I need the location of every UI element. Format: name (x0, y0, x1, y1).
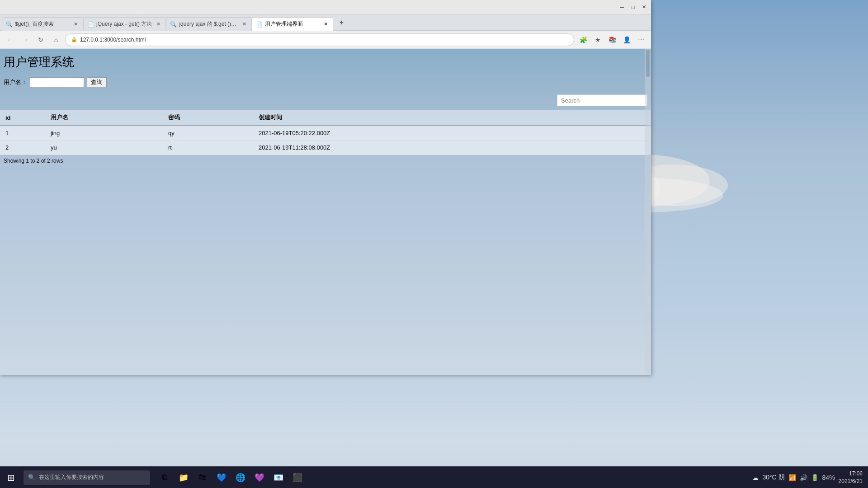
tray-weather-text: 30°C 阴 (762, 474, 784, 482)
taskbar-search-text: 在这里输入你要搜索的内容 (39, 474, 104, 481)
tab-3-favicon: 🔍 (170, 21, 176, 28)
account-button[interactable]: 👤 (620, 33, 633, 46)
tray-clock[interactable]: 17:06 2021/6/21 (839, 470, 863, 485)
tab-4-close[interactable]: ✕ (322, 21, 329, 28)
column-header-username[interactable]: 用户名 (45, 110, 163, 126)
minimize-button[interactable]: ─ (618, 4, 626, 11)
taskbar-file-explorer[interactable]: 📁 (175, 469, 193, 487)
tab-3-label: jquery ajax 的 $.get () 用法详解 (179, 20, 238, 28)
extensions-button[interactable]: 🧩 (577, 33, 590, 46)
taskbar-terminal[interactable]: ⬛ (288, 469, 307, 487)
taskbar-tray: ☁ 30°C 阴 📶 🔊 🔋 84% 17:06 2021/6/21 (747, 467, 868, 488)
cell-password: rt (163, 141, 253, 155)
cell-username: jing (45, 126, 163, 141)
tab-3[interactable]: 🔍 jquery ajax 的 $.get () 用法详解 ✕ (166, 17, 252, 31)
username-label: 用户名： (4, 78, 27, 86)
search-form: 用户名： 查询 (0, 74, 651, 91)
forward-button[interactable]: → (19, 33, 32, 46)
tab-2-close[interactable]: ✕ (155, 21, 162, 28)
toolbar-icons: 🧩 ★ 📚 👤 ⋯ (577, 33, 647, 46)
tab-4-favicon: 📄 (256, 21, 262, 28)
column-header-id[interactable]: id (0, 110, 45, 126)
datatable-search-input[interactable] (557, 94, 647, 106)
collections-button[interactable]: 📚 (606, 33, 618, 46)
data-table: id 用户名 密码 创建时间 1jingqy2021-06-19T05:20:2… (0, 110, 651, 155)
tab-1-label: $get()_百度搜索 (15, 20, 69, 28)
new-tab-button[interactable]: + (335, 16, 348, 29)
table-header-row: id 用户名 密码 创建时间 (0, 110, 651, 126)
tray-network-icon[interactable]: 📶 (788, 474, 796, 481)
cell-password: qy (163, 126, 253, 141)
home-button[interactable]: ⌂ (50, 33, 62, 46)
table-row: 2yurt2021-06-19T11:28:08.000Z (0, 141, 651, 155)
taskbar-store[interactable]: 🛍 (193, 469, 212, 487)
taskbar-task-view[interactable]: ⧉ (156, 469, 174, 487)
start-button[interactable]: ⊞ (0, 467, 22, 488)
taskbar-items: ⧉ 📁 🛍 💙 🌐 💜 📧 ⬛ (156, 469, 307, 487)
scrollbar[interactable] (645, 49, 651, 375)
url-text: 127.0.0.1:3000/search.html (80, 37, 146, 43)
scrollbar-thumb (646, 50, 650, 77)
tray-battery-icon[interactable]: 🔋 (811, 474, 819, 481)
column-header-created[interactable]: 创建时间 (253, 110, 651, 126)
query-button[interactable]: 查询 (87, 77, 107, 87)
cell-id: 1 (0, 126, 45, 141)
tab-4-label: 用户管理端界面 (265, 20, 319, 28)
taskbar-edge[interactable]: 🌐 (231, 469, 250, 487)
taskbar-search[interactable]: 🔍 在这里输入你要搜索的内容 (24, 470, 150, 485)
cell-created: 2021-06-19T11:28:08.000Z (253, 141, 651, 155)
more-button[interactable]: ⋯ (635, 33, 647, 46)
cell-id: 2 (0, 141, 45, 155)
datatable-search-wrapper (0, 91, 651, 110)
cell-username: yu (45, 141, 163, 155)
tab-bar: 🔍 $get()_百度搜索 ✕ 📄 jQuery ajax - get() 方法… (0, 14, 651, 31)
tab-3-close[interactable]: ✕ (241, 21, 248, 28)
tab-1-favicon: 🔍 (6, 21, 12, 28)
tab-2-label: jQuery ajax - get() 方法 (96, 20, 152, 28)
taskbar-teams[interactable]: 💜 (250, 469, 269, 487)
tab-1[interactable]: 🔍 $get()_百度搜索 ✕ (2, 17, 83, 31)
tray-speaker-icon[interactable]: 🔊 (800, 474, 807, 481)
table-row: 1jingqy2021-06-19T05:20:22.000Z (0, 126, 651, 141)
taskbar-search-icon: 🔍 (28, 474, 35, 481)
tab-2-favicon: 📄 (87, 21, 94, 28)
clock-date: 2021/6/21 (839, 478, 863, 485)
row-count: Showing 1 to 2 of 2 rows (0, 155, 651, 167)
url-bar[interactable]: 🔒 127.0.0.1:3000/search.html (65, 33, 574, 46)
page-content: 用户管理系统 用户名： 查询 id 用户名 密码 创建时间 (0, 49, 651, 375)
tab-4[interactable]: 📄 用户管理端界面 ✕ (252, 17, 333, 31)
taskbar: ⊞ 🔍 在这里输入你要搜索的内容 ⧉ 📁 🛍 💙 🌐 💜 📧 ⬛ ☁ 30°C … (0, 466, 868, 488)
back-button[interactable]: ← (4, 33, 16, 46)
tray-weather-icon: ☁ (752, 474, 759, 481)
taskbar-mail[interactable]: 📧 (269, 469, 288, 487)
lock-icon: 🔒 (71, 37, 77, 42)
tray-battery-text: 84% (822, 474, 835, 481)
page-title: 用户管理系统 (0, 49, 651, 74)
address-bar: ← → ↻ ⌂ 🔒 127.0.0.1:3000/search.html 🧩 ★… (0, 31, 651, 49)
refresh-button[interactable]: ↻ (34, 33, 47, 46)
title-bar: ─ □ ✕ (0, 0, 651, 14)
cell-created: 2021-06-19T05:20:22.000Z (253, 126, 651, 141)
tab-1-close[interactable]: ✕ (72, 21, 79, 28)
clock-time: 17:06 (839, 470, 863, 478)
tab-2[interactable]: 📄 jQuery ajax - get() 方法 ✕ (83, 17, 166, 31)
column-header-password[interactable]: 密码 (163, 110, 253, 126)
maximize-button[interactable]: □ (629, 4, 637, 11)
username-input[interactable] (30, 77, 84, 87)
taskbar-vscode[interactable]: 💙 (212, 469, 231, 487)
close-button[interactable]: ✕ (640, 4, 647, 11)
favorites-button[interactable]: ★ (591, 33, 604, 46)
